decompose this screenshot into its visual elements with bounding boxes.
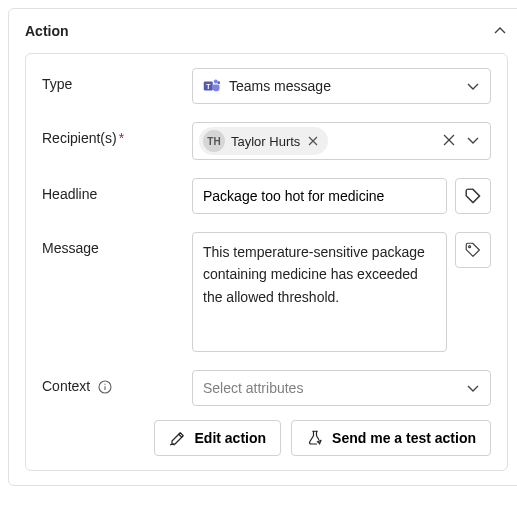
type-select[interactable]: T Teams message xyxy=(192,68,491,104)
row-message: Message This temperature-sensitive packa… xyxy=(42,232,491,352)
clear-all[interactable] xyxy=(442,133,456,150)
message-textarea[interactable]: This temperature-sensitive package conta… xyxy=(192,232,447,352)
chevron-down-icon xyxy=(466,381,480,395)
recipients-dropdown[interactable] xyxy=(466,133,480,150)
chevron-up-icon xyxy=(493,24,507,38)
footer: Edit action Send me a test action xyxy=(42,420,491,456)
svg-point-8 xyxy=(469,246,471,248)
chevron-down-icon xyxy=(466,133,480,147)
svg-point-2 xyxy=(214,80,218,84)
label-message: Message xyxy=(42,232,192,256)
label-context: Context xyxy=(42,370,192,394)
headline-input-wrap xyxy=(192,178,447,214)
headline-input[interactable] xyxy=(203,188,436,204)
send-test-action-button[interactable]: Send me a test action xyxy=(291,420,491,456)
tag-icon xyxy=(464,187,482,205)
action-panel: Action Type T Teams xyxy=(8,8,517,486)
beaker-send-icon xyxy=(306,429,324,447)
row-type: Type T Teams message xyxy=(42,68,491,104)
panel-title: Action xyxy=(25,23,69,39)
required-marker: * xyxy=(119,130,124,146)
info-icon xyxy=(98,380,112,394)
context-select[interactable]: Select attributes xyxy=(192,370,491,406)
row-headline: Headline xyxy=(42,178,491,214)
collapse-toggle[interactable] xyxy=(492,23,508,39)
context-info[interactable] xyxy=(98,380,112,394)
row-recipients: Recipient(s)* TH Taylor Hurts xyxy=(42,122,491,160)
edit-action-label: Edit action xyxy=(195,430,267,446)
edit-action-button[interactable]: Edit action xyxy=(154,420,282,456)
tag-icon xyxy=(464,241,482,259)
send-test-action-label: Send me a test action xyxy=(332,430,476,446)
recipient-name: Taylor Hurts xyxy=(231,134,300,149)
recipient-chip: TH Taylor Hurts xyxy=(199,127,328,155)
svg-point-11 xyxy=(105,384,106,385)
avatar: TH xyxy=(203,130,225,152)
chevron-down-icon xyxy=(466,79,480,93)
close-icon xyxy=(442,133,456,147)
svg-point-3 xyxy=(217,81,220,84)
close-icon xyxy=(308,136,318,146)
edit-icon xyxy=(169,429,187,447)
type-value: Teams message xyxy=(229,78,331,94)
row-context: Context Select attributes xyxy=(42,370,491,406)
message-tag-button[interactable] xyxy=(455,232,491,268)
label-headline: Headline xyxy=(42,178,192,202)
context-placeholder: Select attributes xyxy=(203,380,303,396)
panel-body: Type T Teams message xyxy=(25,53,508,471)
label-recipients: Recipient(s)* xyxy=(42,122,192,146)
label-type: Type xyxy=(42,68,192,92)
teams-icon: T xyxy=(203,77,221,95)
recipients-input[interactable]: TH Taylor Hurts xyxy=(192,122,491,160)
panel-header: Action xyxy=(25,9,508,53)
chip-remove[interactable] xyxy=(306,134,320,148)
headline-tag-button[interactable] xyxy=(455,178,491,214)
